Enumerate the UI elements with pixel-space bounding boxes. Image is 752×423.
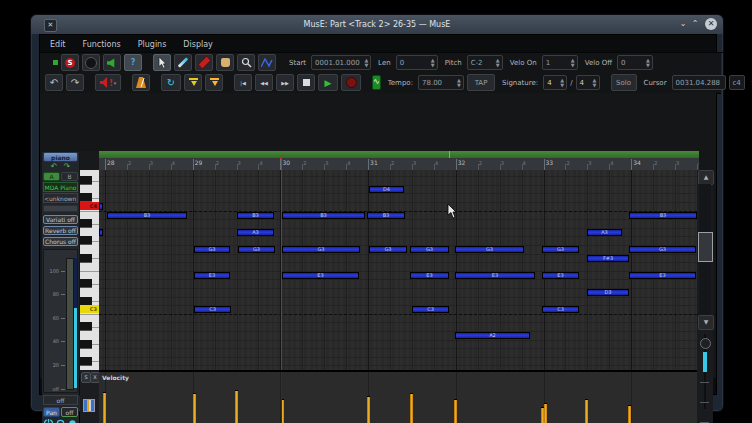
spinner[interactable]: ▲▼ xyxy=(363,58,370,68)
sig-num-spinner[interactable]: ▲▼ xyxy=(558,78,566,88)
bank-a-button[interactable]: A xyxy=(43,172,60,181)
midi-note-d3[interactable]: D3 xyxy=(587,289,629,296)
black-key[interactable] xyxy=(80,219,92,228)
menu-plugins[interactable]: Plugins xyxy=(138,40,167,49)
midi-note-a3[interactable]: A3 xyxy=(237,229,274,236)
dot-icon[interactable] xyxy=(68,419,77,423)
midi-note-fs3[interactable]: F#3 xyxy=(587,255,629,262)
midi-note-g3[interactable]: G3 xyxy=(282,246,360,253)
signature-numerator-field[interactable]: 4 ▲▼ xyxy=(543,75,567,90)
velocity-bar[interactable] xyxy=(410,393,413,423)
title-bar[interactable]: ✕ MusE: Part <Track 2> 26-35 — MusE ⌄ ⌃ … xyxy=(31,15,723,34)
piano-keyboard[interactable]: C4C3 xyxy=(80,170,100,370)
loop-button[interactable]: ↻ xyxy=(161,74,181,91)
spinner[interactable]: ▲▼ xyxy=(429,58,437,68)
velocity-bar[interactable] xyxy=(103,392,106,423)
velocity-bar[interactable] xyxy=(454,399,457,423)
midi-note-b3[interactable]: B3 xyxy=(282,212,365,219)
midi-note-b3[interactable]: B3 xyxy=(629,212,697,219)
velocity-bar[interactable] xyxy=(544,403,547,423)
black-key[interactable] xyxy=(80,176,92,185)
black-key[interactable] xyxy=(80,279,92,288)
midi-note-b3[interactable]: B3 xyxy=(107,212,187,219)
midi-note-fragment[interactable] xyxy=(99,203,103,210)
black-key[interactable] xyxy=(80,236,92,245)
midi-note-g3[interactable]: G3 xyxy=(410,246,449,253)
speaker-button[interactable] xyxy=(103,54,121,71)
pan-button[interactable]: Pan xyxy=(43,407,60,417)
marked-key-c4[interactable]: C4 xyxy=(80,202,99,210)
midi-note-g3[interactable]: G3 xyxy=(194,246,230,253)
midi-note-a3[interactable]: A3 xyxy=(587,229,622,236)
menu-display[interactable]: Display xyxy=(183,40,213,49)
punch-in-button[interactable] xyxy=(184,74,202,91)
len-field[interactable]: 0▲▼ xyxy=(396,55,438,70)
punch-out-button[interactable] xyxy=(205,74,223,91)
pencil-button[interactable] xyxy=(174,54,192,71)
redo-button[interactable]: ↷ xyxy=(66,74,84,91)
reverb-control[interactable]: Reverb off xyxy=(43,226,78,235)
rewind-start-button[interactable]: |◀ xyxy=(234,74,252,91)
start-field[interactable]: 0001.01.000▲▼ xyxy=(311,55,371,70)
velocity-bar[interactable] xyxy=(235,390,238,423)
midi-note-c3[interactable]: C3 xyxy=(412,306,449,313)
instrument-name[interactable]: MDA Piano xyxy=(43,182,78,192)
tap-button[interactable]: TAP xyxy=(467,74,495,91)
metronome-button[interactable] xyxy=(132,74,150,91)
part-bar[interactable] xyxy=(99,151,699,158)
midi-note-e3[interactable]: E3 xyxy=(194,272,230,279)
spinner[interactable]: ▲▼ xyxy=(569,58,577,68)
next-part-icon[interactable]: ↷ xyxy=(64,163,71,171)
midi-note-g3[interactable]: G3 xyxy=(369,246,407,253)
timeline-ruler[interactable]: 28234292343023431234322343323434234 xyxy=(99,151,699,171)
midi-note-fragment[interactable] xyxy=(99,229,103,236)
midi-note-g3[interactable]: G3 xyxy=(629,246,696,253)
pitch-field[interactable]: C-2▲▼ xyxy=(467,55,503,70)
solo-button[interactable]: Solo xyxy=(611,74,637,91)
stop-button[interactable] xyxy=(297,74,315,91)
record-button[interactable] xyxy=(341,74,361,91)
midi-note-c3[interactable]: C3 xyxy=(194,306,231,313)
midi-note-b3[interactable]: B3 xyxy=(237,212,274,219)
velocity-bar[interactable] xyxy=(628,405,631,423)
velo-on-field[interactable]: 1▲▼ xyxy=(542,55,578,70)
spinner[interactable]: ▲▼ xyxy=(644,58,652,68)
black-key[interactable] xyxy=(80,340,92,349)
shade-button[interactable]: ⌄ xyxy=(677,19,689,29)
bank-b-button[interactable]: B xyxy=(61,172,78,181)
volume-slider[interactable]: 10080604020off xyxy=(43,249,78,393)
velocity-bar[interactable] xyxy=(193,393,196,423)
prev-part-icon[interactable]: ↶ xyxy=(51,163,58,171)
panic-button[interactable] xyxy=(82,54,100,71)
power-icon[interactable] xyxy=(44,419,53,423)
velocity-bar[interactable] xyxy=(585,399,588,423)
menu-edit[interactable]: Edit xyxy=(50,40,66,49)
undo-button[interactable]: ↶ xyxy=(45,74,63,91)
black-key[interactable] xyxy=(80,254,92,263)
midi-note-e3[interactable]: E3 xyxy=(629,272,696,279)
variation-control[interactable]: Variati off xyxy=(43,215,78,224)
panic-speaker-button[interactable]: ! ▾ xyxy=(95,74,121,91)
vertical-scrollbar-thumb[interactable] xyxy=(698,232,713,262)
midi-note-d4[interactable]: D4 xyxy=(369,186,404,193)
forward-button[interactable]: ▶▶ xyxy=(276,74,294,91)
pointer-button[interactable] xyxy=(153,54,171,71)
marked-key-c3[interactable]: C3 xyxy=(80,305,99,313)
midi-note-g3[interactable]: G3 xyxy=(238,246,275,253)
chorus-control[interactable]: Chorus off xyxy=(43,237,78,246)
signature-denominator-field[interactable]: 4 ▲▼ xyxy=(576,75,600,90)
vertical-zoom-knob[interactable] xyxy=(700,338,711,349)
circle-icon[interactable] xyxy=(56,419,65,423)
midi-note-c3[interactable]: C3 xyxy=(542,306,579,313)
tempo-led-icon[interactable]: ∿ xyxy=(372,75,381,90)
scroll-up-button[interactable]: ▲ xyxy=(698,170,714,185)
whatsthis-button[interactable]: ? xyxy=(124,54,142,71)
velocity-bar[interactable] xyxy=(367,396,370,423)
tempo-spinner[interactable]: ▲▼ xyxy=(455,78,463,88)
black-key[interactable] xyxy=(80,322,92,331)
zoom-button[interactable] xyxy=(237,54,255,71)
black-key[interactable] xyxy=(80,357,92,366)
sig-den-spinner[interactable]: ▲▼ xyxy=(591,78,599,88)
midi-note-a2[interactable]: A2 xyxy=(455,332,530,339)
tempo-field[interactable]: 78.00 ▲▼ xyxy=(418,75,464,90)
